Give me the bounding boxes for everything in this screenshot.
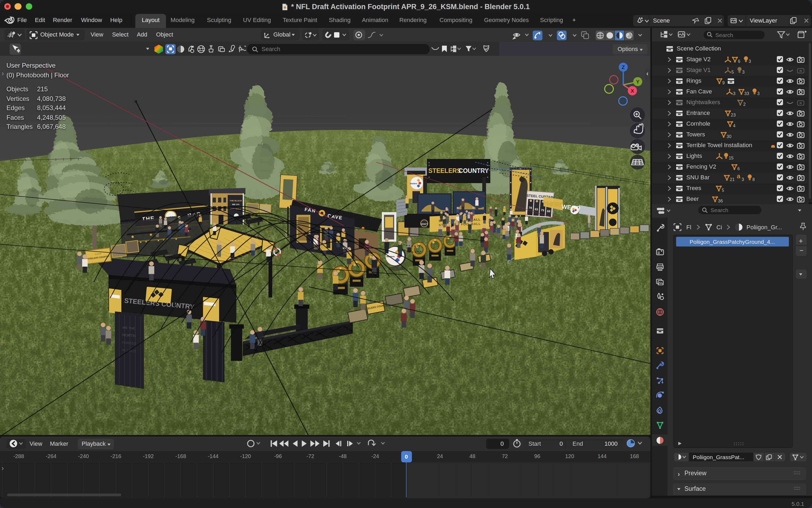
svg-text:Fl: Fl xyxy=(686,224,691,230)
svg-text:Ci: Ci xyxy=(716,224,722,230)
svg-text:Poliigon_Gr...: Poliigon_Gr... xyxy=(746,224,782,230)
